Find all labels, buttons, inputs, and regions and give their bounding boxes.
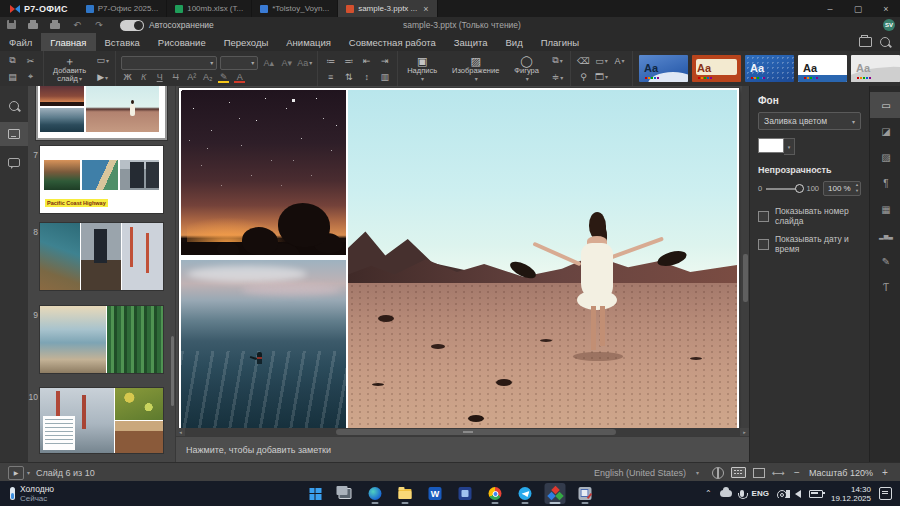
onedrive-icon[interactable]	[720, 490, 732, 497]
clock[interactable]: 14:30 19.12.2025	[831, 485, 871, 503]
edge-app[interactable]	[365, 483, 386, 504]
font-size-select[interactable]: ▾	[220, 56, 258, 70]
start-slideshow-button[interactable]: ▾	[95, 70, 110, 84]
slide-size-button[interactable]: ▾	[594, 54, 609, 68]
theme-blue-wave[interactable]: Aa	[639, 55, 688, 82]
horizontal-scrollbar-thumb[interactable]	[336, 429, 616, 435]
color-swatch-white[interactable]	[758, 138, 784, 153]
strikethrough-button[interactable]: Ч	[169, 72, 182, 82]
word-app[interactable]: W	[425, 483, 446, 504]
thumbnail-slide-9[interactable]	[40, 306, 163, 373]
theme-orange-frame[interactable]: Aa	[692, 55, 741, 82]
redo-button[interactable]	[88, 20, 110, 30]
cut-button[interactable]	[23, 54, 38, 68]
tab-view[interactable]: Вид	[496, 33, 531, 51]
tab-draw[interactable]: Рисование	[149, 33, 215, 51]
increase-font-button[interactable]: A▴	[261, 56, 276, 70]
line-spacing-button[interactable]	[359, 70, 374, 84]
paragraph-settings-tab[interactable]	[870, 170, 900, 196]
add-slide-button[interactable]: Добавить слайд▾	[49, 55, 90, 83]
opacity-slider[interactable]	[766, 188, 802, 190]
opacity-slider-knob[interactable]	[795, 184, 804, 193]
checkbox-slide-number[interactable]	[758, 211, 769, 222]
comments-panel-button[interactable]	[0, 150, 28, 174]
microphone-icon[interactable]	[740, 490, 744, 497]
tab-file[interactable]: Файл	[0, 33, 41, 51]
font-name-select[interactable]: ▾	[121, 56, 217, 70]
tab-protection[interactable]: Защита	[445, 33, 497, 51]
save-button[interactable]	[0, 20, 22, 31]
keyboard-icon[interactable]	[731, 467, 746, 478]
tab-collaboration[interactable]: Совместная работа	[340, 33, 445, 51]
notification-center-icon[interactable]	[879, 487, 892, 500]
slide-canvas[interactable]	[176, 86, 749, 428]
doc-tab-portal[interactable]: Р7-Офис 2025...	[78, 0, 167, 17]
align-objects-button[interactable]: ▾	[550, 70, 565, 84]
slide-settings-tab[interactable]	[870, 92, 900, 118]
spellcheck-icon[interactable]	[712, 467, 724, 479]
chart-settings-tab[interactable]	[870, 222, 900, 248]
theme-white-blue[interactable]: Aa	[798, 55, 847, 82]
battery-icon[interactable]	[809, 490, 823, 498]
replace-button[interactable]: ▾	[612, 54, 627, 68]
clear-style-button[interactable]	[576, 54, 591, 68]
minimize-button[interactable]: –	[816, 0, 844, 17]
telegram-app[interactable]	[515, 483, 536, 504]
textart-settings-tab[interactable]	[870, 274, 900, 300]
subscript-button[interactable]: A₂	[201, 72, 214, 82]
open-file-location-icon[interactable]	[859, 37, 872, 47]
chevron-down-icon[interactable]: ▾	[784, 138, 795, 155]
background-color-picker[interactable]: ▾	[758, 138, 861, 155]
vertical-align-button[interactable]	[341, 70, 356, 84]
select-button[interactable]	[23, 70, 38, 84]
start-button[interactable]	[305, 483, 326, 504]
print-button[interactable]	[22, 20, 44, 31]
slide-settings-button[interactable]: ▾	[594, 70, 609, 84]
horizontal-scrollbar[interactable]: ◂ ▸	[176, 428, 749, 436]
weather-widget[interactable]: Холодно Сейчас	[0, 484, 160, 504]
thumbnail-slide-8[interactable]	[40, 223, 163, 290]
zoom-out-button[interactable]: −	[792, 467, 802, 478]
chevron-down-icon[interactable]: ▾	[696, 469, 699, 476]
bullets-button[interactable]	[323, 54, 338, 68]
fit-to-width-icon[interactable]	[772, 468, 785, 478]
vertical-scrollbar[interactable]	[742, 86, 749, 428]
doc-tab-presentation-active[interactable]: sample-3.pptx ... ×	[338, 0, 437, 17]
input-language[interactable]: ENG	[752, 489, 769, 498]
language-selector[interactable]: English (United States)	[594, 468, 686, 478]
theme-blue-dots[interactable]: Aa	[745, 55, 794, 82]
tab-home[interactable]: Главная	[41, 33, 95, 51]
autosave-toggle[interactable]	[120, 20, 144, 31]
spinner-arrows-icon[interactable]: ▲▼	[855, 182, 859, 194]
tray-overflow-icon[interactable]: ⌃	[705, 489, 712, 498]
columns-button[interactable]	[377, 70, 392, 84]
slide-6-editing-area[interactable]	[179, 88, 739, 428]
search-icon[interactable]	[880, 37, 890, 47]
r7-office-app-active[interactable]	[545, 483, 566, 504]
chevron-down-icon[interactable]: ▾	[27, 469, 30, 476]
insert-shape-button[interactable]: Фигура▾	[510, 55, 543, 83]
show-date-time-option[interactable]: Показывать дату и время	[758, 234, 861, 254]
insert-image-button[interactable]: Изображение▾	[448, 55, 503, 83]
increase-indent-button[interactable]	[377, 54, 392, 68]
close-button[interactable]: ×	[872, 0, 900, 17]
background-fill-select[interactable]: Заливка цветом ▾	[758, 112, 861, 130]
thumbnails-scrollbar[interactable]	[171, 336, 174, 406]
tab-insert[interactable]: Вставка	[96, 33, 149, 51]
doc-tab-spreadsheet[interactable]: 100mb.xlsx (Т...	[167, 0, 252, 17]
vertical-scrollbar-thumb[interactable]	[743, 254, 748, 302]
highlight-color-button[interactable]	[217, 72, 230, 82]
copy-button[interactable]	[5, 54, 20, 68]
tab-transitions[interactable]: Переходы	[215, 33, 278, 51]
slide-layout-button[interactable]: ▾	[95, 53, 110, 67]
notes-area[interactable]: Нажмите, чтобы добавить заметки	[176, 436, 749, 462]
bold-button[interactable]: Ж	[121, 72, 134, 82]
thumbnail-slide-6-selected[interactable]	[36, 86, 167, 140]
quick-print-button[interactable]	[44, 20, 66, 31]
photo-starry-night[interactable]	[181, 90, 346, 255]
splitter-grip[interactable]	[463, 431, 473, 433]
paste-button[interactable]	[5, 70, 20, 84]
theme-gray-swoosh[interactable]: Aa	[851, 55, 900, 82]
undo-button[interactable]	[66, 20, 88, 30]
chrome-app[interactable]	[485, 483, 506, 504]
